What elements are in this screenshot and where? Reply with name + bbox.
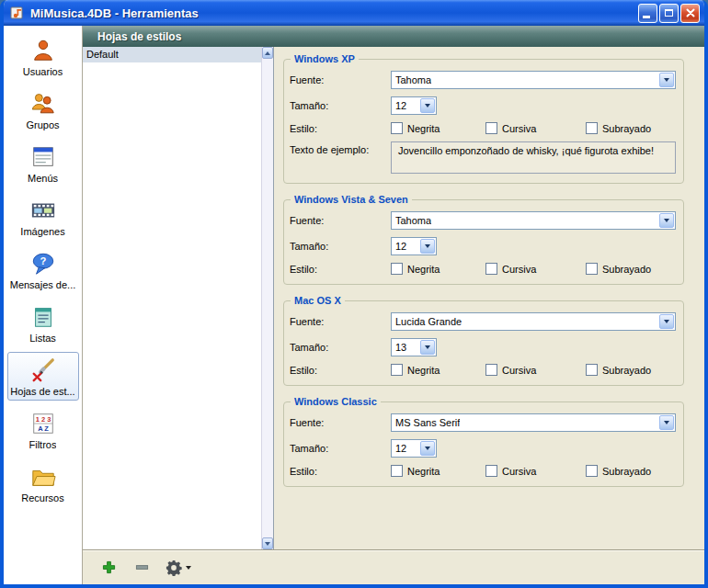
checkbox-icon[interactable] (586, 465, 598, 477)
group-title: Windows Classic (291, 396, 381, 407)
plus-icon (102, 560, 116, 574)
font-select[interactable]: Tahoma (391, 71, 676, 89)
bold-checkbox[interactable]: Negrita (391, 364, 485, 376)
group-windows-vista-seven: Windows Vista & Seven Fuente: Tahoma Tam… (283, 199, 684, 285)
group-windows-classic: Windows Classic Fuente: MS Sans Serif Ta… (283, 401, 684, 487)
font-label: Fuente: (290, 215, 391, 226)
checkbox-icon[interactable] (391, 263, 403, 275)
size-select[interactable]: 12 (391, 237, 437, 255)
list-scrollbar[interactable] (261, 47, 273, 549)
sidebar-item-menus[interactable]: Menús (7, 139, 79, 187)
sidebar-item-label: Mensajes de... (10, 279, 76, 290)
folder-icon (29, 463, 58, 491)
sidebar-item-hojas-de-estilos[interactable]: Hojas de est... (7, 352, 79, 401)
styles-icon (29, 356, 58, 384)
sidebar-item-usuarios[interactable]: Usuarios (7, 32, 79, 81)
font-select[interactable]: MS Sans Serif (391, 413, 676, 432)
close-button[interactable] (680, 4, 700, 23)
checkbox-icon[interactable] (485, 364, 497, 376)
close-icon (686, 8, 695, 17)
checkbox-icon[interactable] (586, 364, 598, 376)
italic-checkbox[interactable]: Cursiva (485, 465, 586, 477)
svg-text:1 2 3: 1 2 3 (35, 415, 51, 424)
sidebar-item-label: Recursos (21, 492, 63, 503)
group-title: Windows Vista & Seven (291, 194, 412, 205)
size-label: Tamaño: (290, 443, 391, 454)
underline-checkbox[interactable]: Subrayado (586, 364, 651, 376)
chevron-down-icon[interactable] (420, 340, 435, 355)
font-label: Fuente: (290, 316, 391, 327)
underline-checkbox[interactable]: Subrayado (586, 465, 651, 477)
titlebar: MiMusica.4DB - Herramientas (4, 0, 704, 26)
sidebar-item-label: Filtros (29, 439, 57, 450)
chevron-down-icon (186, 566, 191, 570)
sidebar-item-filtros[interactable]: 1 2 3 A Z Filtros (7, 405, 79, 454)
sidebar-item-recursos[interactable]: Recursos (7, 458, 79, 507)
minimize-button[interactable] (638, 4, 657, 23)
font-label: Fuente: (290, 74, 391, 85)
checkbox-icon[interactable] (485, 122, 497, 134)
sidebar-item-imagenes[interactable]: Imágenes (7, 192, 79, 241)
window-title: MiMusica.4DB - Herramientas (30, 6, 199, 20)
checkbox-icon[interactable] (586, 122, 598, 134)
italic-checkbox[interactable]: Cursiva (485, 263, 586, 275)
svg-text:?: ? (40, 255, 46, 266)
size-select[interactable]: 12 (391, 96, 437, 115)
size-select[interactable]: 13 (391, 338, 437, 356)
checkbox-icon[interactable] (391, 465, 403, 477)
font-select[interactable]: Tahoma (391, 211, 676, 230)
chevron-down-icon[interactable] (659, 73, 674, 87)
images-icon (29, 197, 58, 224)
settings-panel: Windows XP Fuente: Tahoma Tamaño: 12 (274, 47, 704, 549)
list-toolbar (83, 549, 704, 584)
remove-button[interactable] (132, 559, 151, 577)
maximize-button[interactable] (659, 4, 679, 23)
chevron-down-icon[interactable] (659, 213, 674, 228)
group-title: Windows XP (291, 53, 359, 64)
group-title: Mac OS X (291, 295, 345, 306)
size-label: Tamaño: (290, 100, 391, 111)
sidebar-item-mensajes[interactable]: ? Mensajes de... (7, 245, 79, 294)
group-mac-os-x: Mac OS X Fuente: Lucida Grande Tamaño: (283, 300, 684, 386)
checkbox-icon[interactable] (485, 263, 497, 275)
chevron-down-icon[interactable] (659, 415, 674, 430)
chevron-down-icon[interactable] (420, 98, 435, 113)
font-label: Fuente: (290, 417, 391, 428)
underline-checkbox[interactable]: Subrayado (586, 122, 651, 134)
bold-checkbox[interactable]: Negrita (391, 263, 485, 275)
italic-checkbox[interactable]: Cursiva (485, 122, 586, 134)
font-select[interactable]: Lucida Grande (391, 312, 676, 331)
checkbox-icon[interactable] (485, 465, 497, 477)
checkbox-icon[interactable] (391, 122, 403, 134)
italic-checkbox[interactable]: Cursiva (485, 364, 586, 376)
sidebar-item-listas[interactable]: Listas (7, 299, 79, 347)
sidebar-item-label: Hojas de est... (10, 386, 74, 397)
checkbox-icon[interactable] (391, 364, 403, 376)
add-button[interactable] (99, 559, 118, 577)
style-label: Estilo: (290, 264, 391, 275)
bold-checkbox[interactable]: Negrita (391, 465, 485, 477)
stylesheet-list: Default (83, 47, 274, 549)
window-controls (638, 4, 700, 23)
filter-icon: 1 2 3 A Z (29, 410, 58, 437)
svg-text:A Z: A Z (38, 424, 49, 433)
bold-checkbox[interactable]: Negrita (391, 122, 485, 134)
gear-icon (166, 560, 182, 576)
list-item-default[interactable]: Default (83, 47, 261, 62)
size-select[interactable]: 12 (391, 439, 437, 458)
list-icon (29, 303, 58, 331)
chevron-down-icon[interactable] (420, 239, 435, 254)
settings-menu-button[interactable] (166, 560, 191, 576)
sample-label: Texto de ejemplo: (290, 141, 391, 155)
app-window: MiMusica.4DB - Herramientas Usuarios (0, 0, 708, 588)
scroll-down-button[interactable] (262, 537, 273, 549)
sidebar-item-grupos[interactable]: Grupos (7, 85, 79, 134)
chevron-down-icon[interactable] (420, 441, 435, 456)
sidebar-item-label: Menús (28, 173, 58, 184)
arrow-down-icon (265, 542, 270, 546)
checkbox-icon[interactable] (586, 263, 598, 275)
group-windows-xp: Windows XP Fuente: Tahoma Tamaño: 12 (283, 59, 684, 184)
underline-checkbox[interactable]: Subrayado (586, 263, 651, 275)
chevron-down-icon[interactable] (659, 314, 674, 329)
scroll-up-button[interactable] (262, 47, 273, 59)
